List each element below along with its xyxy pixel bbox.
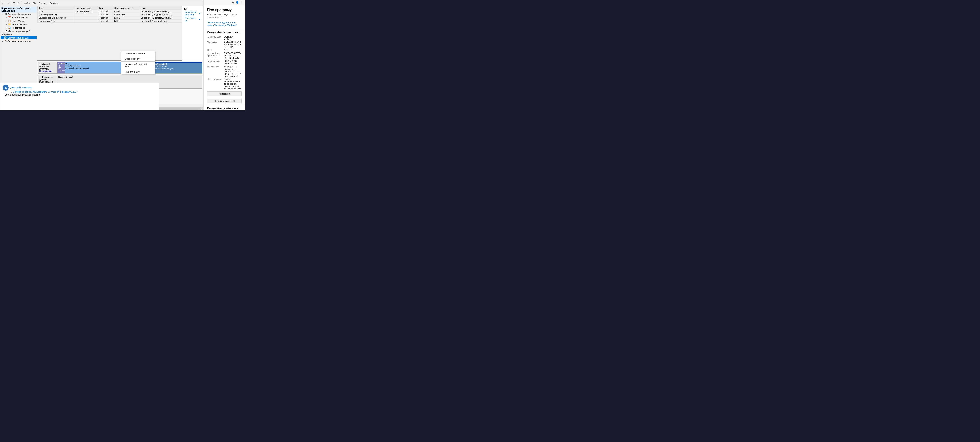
cell-typ: Простий [97,10,113,13]
copy-button[interactable]: Копіювати [207,91,242,96]
cell-tom: Новий том (D:) [38,19,75,23]
table-row[interactable]: (Диск 0 розділ 3) Простий Основний Справ… [38,13,182,16]
sidebar-root[interactable]: Керування комп'ютером (локальний) [1,6,37,13]
menu-action[interactable]: Дія [31,2,37,5]
storage-label: Зберігання [1,33,37,36]
expand-arrow-perf: ► [5,27,7,29]
device-manager-icon: ⚙ [5,30,8,33]
spec-value: DESKTOP-77CV1LF [224,36,242,40]
ctx-item-shared[interactable]: Спільні можливості [121,51,155,56]
cell-fs: Основний [113,13,139,16]
windows-specs-title: Специфікації Windows [204,105,245,110]
ctx-item-remote[interactable]: Віддалений робочий стіл [121,62,155,69]
cell-tom: (Диск 0 розділ 3) [38,13,75,16]
cell-tom: (C:) [38,10,75,13]
expand-icon: ▼ [2,13,4,15]
person-icon[interactable]: 👤 [235,1,239,4]
ctx-item-about[interactable]: Про програму [121,70,155,74]
menu-help[interactable]: Довідка [48,2,59,5]
expand-arrow-ev: ► [5,20,7,22]
spec-value: Ввід за допомогою пера та сенсорний ввід… [224,78,242,90]
refresh-button[interactable]: ↻ [16,1,21,5]
spec-label: Процесор [207,41,222,48]
system-tools-group: ► 📅 Task Scheduler ► 📋 Event Viewer ► 📁 … [1,16,37,33]
about-security-link[interactable]: Переглянути відомості на екрані "Безпека… [204,21,245,29]
sidebar-system-tools[interactable]: ▼ 🖥 Системні інструменти [1,13,37,16]
reply-arrow: ↳ [10,91,12,93]
more-icon[interactable]: ⋮ [240,1,243,4]
spec-label: Ім'я пристрою [207,36,222,40]
sidebar-item-event-viewer[interactable]: ► 📋 Event Viewer [2,19,37,23]
spec-value: 4.00 ГБ [224,49,242,51]
sidebar-item-disk-management[interactable]: 💿 Керування дисками [1,36,37,40]
ctx-item-clipboard[interactable]: Буфер обміну [121,57,155,61]
toolbar: ← → ? ↻ Файл Дія Вигляд Довідка [0,0,203,6]
scroll-right-btn[interactable]: ▶ [200,108,203,110]
partition-d[interactable]: Новий том (D:) 180,76 ГБ NTFS Справний (… [151,62,202,73]
spec-label: Перо та дотики [207,78,222,90]
cell-stan: Справний (Розділ відновле... [139,13,182,16]
forward-button[interactable]: → [6,1,10,5]
col-header-ras: Розташування [75,6,97,10]
table-row[interactable]: (C:) Диск 0 розділ 3 Простий NTFS Справн… [38,10,182,13]
ctx-separator-2 [121,61,155,62]
col-header-fs: Файлова система [113,6,139,10]
action-disk-mgmt[interactable]: Керування дисками ▼ [182,10,203,16]
spec-row: Ідентифікатор пристрою E32BASC8-F850-452… [204,52,245,60]
dvd-name: — Компакт-диск 0 [39,76,56,81]
back-button[interactable]: ← [1,1,5,5]
about-title: Про програму [204,5,245,13]
disk-0-label: — Диск 0 Основний 298,09 ГБ Онлайновий [38,62,57,73]
partition-reserved[interactable]: Зарезе... 50 МБ Справн... [57,62,65,73]
main-container: ← → ? ↻ Файл Дія Вигляд Довідка Керуванн… [0,0,245,110]
col-header-tom: Том [38,6,75,10]
cell-stan: Справний (Система, Актив... [139,16,182,19]
task-scheduler-icon: 📅 [8,16,11,19]
cell-stan: Справний (Логічний диск) [139,19,182,23]
sidebar-item-task-scheduler[interactable]: ► 📅 Task Scheduler [2,16,37,19]
table-row[interactable]: Новий том (D:) Простий NTFS Справний (Ло… [38,19,182,23]
menu-file[interactable]: Файл [23,2,31,5]
shared-folders-icon: 📁 [8,23,11,26]
menu-view[interactable]: Вигляд [38,2,48,5]
about-header-bar: ★ 👤 ⋮ [204,0,245,5]
cell-stan: Справний (Завантаження, С... [139,10,182,13]
spec-value: E32BASC8-F850-4523-A997-F9EBBF2FD2C1 [224,52,242,59]
cell-fs: NTFS [113,19,139,23]
spec-row: Ім'я пристрою DESKTOP-77CV1LF [204,35,245,41]
cell-typ: Простий [97,13,113,16]
table-row[interactable]: Зарезервовано системою Простий NTFS Спра… [38,16,182,19]
disk-table: Том Розташування Тип Файлова система Ста… [37,6,182,61]
sidebar-item-shared-folders[interactable]: ► 📁 Shared Folders [2,23,37,26]
event-viewer-icon: 📋 [8,19,11,22]
context-menu: Спільні можливості Буфер обміну Віддален… [121,51,155,74]
about-panel: ★ 👤 ⋮ Про програму Ваш ПК відстежується … [204,0,245,110]
spec-row: ОЗП 4.00 ГБ [204,49,245,52]
cell-fs: NTFS [113,10,139,13]
dvd-status: Відсутній носій [58,76,73,78]
cell-ras [75,13,97,16]
comment-text: Все оказалось гораздо проще! [3,93,157,96]
cell-ras: Диск 0 розділ 3 [75,10,97,13]
about-subtitle: Ваш ПК відстежується та захищається. [204,13,245,21]
reply-link[interactable]: В ответ на запись пользователя A. User о… [13,91,78,93]
help-button[interactable]: ? [12,1,16,5]
sidebar-item-performance[interactable]: ► 📊 Performance [2,26,37,29]
star-icon[interactable]: ★ [231,1,234,4]
toolbar-sep-1 [11,2,11,5]
sidebar-item-device-manager[interactable]: ⚙ Диспетчер пристроїв [2,29,37,33]
col-header-stan: Стан [139,6,182,10]
performance-icon: 📊 [8,26,11,29]
chevron-down-icon: ▼ [199,12,201,14]
spec-label: Код продукту [207,60,222,65]
action-more[interactable]: Додаткові дії ► [182,16,203,22]
rename-pc-button[interactable]: Перейменувати ПК [207,99,242,103]
cell-ras [75,16,97,19]
cell-ras [75,19,97,23]
device-specs-title: Специфікації пристрою [204,29,245,35]
cell-fs: NTFS [113,16,139,19]
disk-0-status: Онлайновий [39,70,56,72]
sidebar-services[interactable]: ► ⚙ Служби та застосунки [1,40,37,43]
username: Дмитрий УткинSW [10,86,32,89]
expand-arrow-sf: ► [5,23,7,26]
